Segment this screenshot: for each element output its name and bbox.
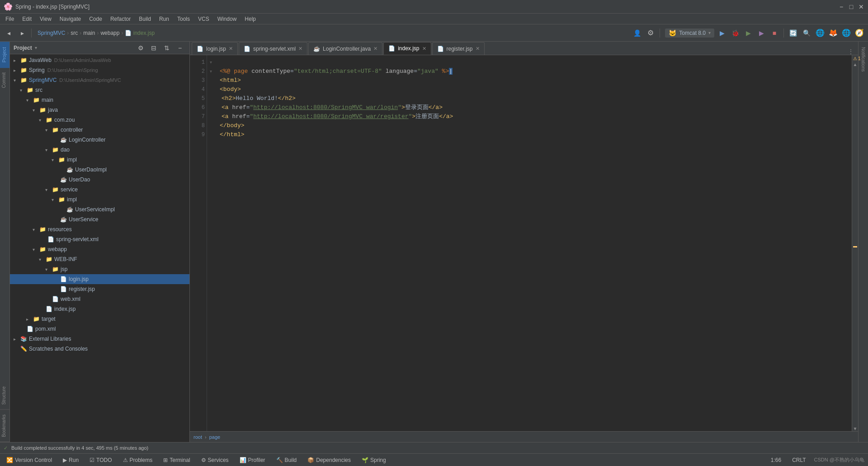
project-hide-icon[interactable]: − [174, 42, 186, 54]
spring-button[interactable]: 🌱 Spring [359, 456, 389, 464]
profiler-button[interactable]: 📊 Profiler [237, 456, 268, 464]
breadcrumb-page[interactable]: page [209, 434, 220, 440]
version-control-button[interactable]: 🔀 Version Control [4, 456, 55, 464]
edge-button[interactable]: 🌐 [840, 27, 852, 39]
tree-item-scratches[interactable]: ✏️ Scratches and Consoles [10, 344, 189, 354]
tree-item-pom-xml[interactable]: 📄 pom.xml [10, 324, 189, 334]
safari-button[interactable]: 🧭 [854, 27, 865, 39]
fold-1[interactable]: ▾ [207, 58, 214, 67]
tab-index-jsp-close[interactable]: ✕ [422, 46, 426, 52]
breadcrumb-src[interactable]: src [71, 30, 78, 36]
tree-item-login-jsp[interactable]: 📄 login.jsp [10, 274, 189, 284]
code-editor[interactable]: <%@ page contentType="text/html;charset=… [214, 55, 852, 431]
menu-code[interactable]: Code [85, 15, 106, 23]
menu-edit[interactable]: Edit [19, 15, 35, 23]
firefox-button[interactable]: 🦊 [827, 27, 839, 39]
tree-item-service-impl[interactable]: ▾ 📁 impl [10, 195, 189, 204]
run-button[interactable]: ▶ [716, 27, 728, 39]
tab-login-jsp[interactable]: 📄 login.jsp ✕ [192, 42, 238, 55]
run-bottom-button[interactable]: ▶ Run [60, 456, 81, 464]
tab-settings-icon[interactable]: ⋮ [848, 48, 854, 55]
tree-item-logincontroller[interactable]: ☕ LoginController [10, 135, 189, 145]
menu-vcs[interactable]: VCS [194, 15, 213, 23]
settings-button[interactable]: ⚙ [645, 27, 656, 39]
build-button[interactable]: 🔨 Build [274, 456, 300, 464]
stop-button[interactable]: ■ [769, 27, 780, 39]
tree-item-webapp[interactable]: ▾ 📁 webapp [10, 244, 189, 254]
tree-item-jsp-folder[interactable]: ▾ 📁 jsp [10, 264, 189, 274]
breadcrumb-file[interactable]: 📄 index.jsp [125, 30, 155, 36]
tab-spring-servlet-xml-close[interactable]: ✕ [298, 46, 302, 52]
menu-run[interactable]: Run [156, 15, 173, 23]
problems-button[interactable]: ⚠ Problems [120, 456, 156, 464]
tree-item-dao-impl[interactable]: ▾ 📁 impl [10, 155, 189, 165]
tab-register-jsp[interactable]: 📄 register.jsp ✕ [432, 42, 485, 55]
tab-index-jsp[interactable]: 📄 index.jsp ✕ [383, 42, 431, 55]
menu-file[interactable]: File [2, 15, 18, 23]
tree-item-userserviceimpl[interactable]: ☕ UserServiceImpl [10, 204, 189, 214]
tree-item-web-xml[interactable]: 📄 web.xml [10, 294, 189, 304]
back-button[interactable]: ◂ [3, 27, 14, 39]
tree-item-spring[interactable]: ▸ 📁 Spring D:\Users\Admin\Spring [10, 65, 189, 75]
breadcrumb-springmvc[interactable]: SpringMVC [38, 30, 65, 36]
debug-button[interactable]: 🐞 [729, 27, 741, 39]
profile-button[interactable]: ▶ [755, 27, 767, 39]
todo-button[interactable]: ☑ TODO [87, 456, 114, 464]
tab-logincontroller-java[interactable]: ☕ LoginController.java ✕ [308, 42, 382, 55]
menu-build[interactable]: Build [135, 15, 155, 23]
tab-spring-servlet-xml[interactable]: 📄 spring-servlet.xml ✕ [239, 42, 307, 55]
menu-window[interactable]: Window [214, 15, 241, 23]
scroll-down-button[interactable]: ▼ [852, 426, 858, 431]
project-collapse-icon[interactable]: ⊟ [148, 42, 160, 54]
menu-navigate[interactable]: Navigate [56, 15, 85, 23]
structure-tab-left[interactable]: Structure [0, 382, 9, 410]
close-button[interactable]: ✕ [858, 4, 864, 10]
tree-item-index-jsp[interactable]: 📄 index.jsp [10, 304, 189, 314]
tree-item-userdao[interactable]: ☕ UserDao [10, 175, 189, 185]
breadcrumb-main[interactable]: main [83, 30, 95, 36]
bookmarks-tab[interactable]: Bookmarks [0, 410, 9, 442]
breadcrumb-root[interactable]: root [193, 434, 202, 440]
tree-item-dao[interactable]: ▾ 📁 dao [10, 145, 189, 155]
tree-item-userdaoimpl[interactable]: ☕ UserDaoImpl [10, 165, 189, 175]
dependencies-button[interactable]: 📦 Dependencies [305, 456, 354, 464]
tree-item-service[interactable]: ▾ 📁 service [10, 185, 189, 195]
project-tab[interactable]: Project [0, 42, 9, 68]
services-button[interactable]: ⚙ Services [198, 456, 231, 464]
menu-view[interactable]: View [36, 15, 55, 23]
tree-item-controller[interactable]: ▾ 📁 controller [10, 125, 189, 135]
tree-item-target[interactable]: ▸ 📁 target [10, 314, 189, 324]
maximize-button[interactable]: □ [848, 4, 854, 10]
breadcrumb-webapp[interactable]: webapp [100, 30, 119, 36]
tree-item-comzou[interactable]: ▾ 📁 com.zou [10, 115, 189, 125]
warning-indicator[interactable]: ⚠ 1 [852, 55, 858, 62]
scroll-up-button[interactable]: ▲ [852, 62, 858, 67]
tree-item-springmvc[interactable]: ▾ 📁 SpringMVC D:\Users\Admin\SpringMVC [10, 75, 189, 85]
tree-item-external-libraries[interactable]: ▸ 📚 External Libraries [10, 334, 189, 344]
project-sort-icon[interactable]: ⇅ [161, 42, 173, 54]
project-gear-icon[interactable]: ⚙ [135, 42, 146, 54]
tree-item-register-jsp[interactable]: 📄 register.jsp [10, 284, 189, 294]
tree-item-userservice[interactable]: ☕ UserService [10, 214, 189, 224]
tree-item-java[interactable]: ▾ 📁 java [10, 105, 189, 115]
terminal-button[interactable]: ⊞ Terminal [160, 456, 193, 464]
commit-tab[interactable]: Commit [0, 68, 9, 92]
sync-button[interactable]: 🔄 [787, 27, 799, 39]
fold-7[interactable]: ▾ [207, 67, 214, 76]
run-config-selector[interactable]: 🐱 Tomcat 8.0 ▾ [665, 29, 714, 38]
tree-item-resources[interactable]: ▾ 📁 resources [10, 224, 189, 234]
coverage-button[interactable]: ▶ [742, 27, 754, 39]
forward-button[interactable]: ▸ [16, 27, 28, 39]
tab-register-jsp-close[interactable]: ✕ [476, 46, 480, 52]
tree-item-webinf[interactable]: ▾ 📁 WEB-INF [10, 254, 189, 264]
tab-login-jsp-close[interactable]: ✕ [229, 46, 233, 52]
chrome-button[interactable]: 🌐 [814, 27, 826, 39]
user-button[interactable]: 👤 [631, 27, 643, 39]
tree-item-spring-servlet-xml[interactable]: 📄 spring-servlet.xml [10, 234, 189, 244]
menu-tools[interactable]: Tools [174, 15, 193, 23]
menu-help[interactable]: Help [241, 15, 259, 23]
tree-item-javaweb[interactable]: ▸ 📁 JavaWeb D:\Users\Admin\JavaWeb [10, 55, 189, 65]
minimize-button[interactable]: − [838, 4, 844, 10]
project-dropdown-arrow[interactable]: ▾ [35, 45, 37, 50]
tree-item-main[interactable]: ▾ 📁 main [10, 95, 189, 105]
